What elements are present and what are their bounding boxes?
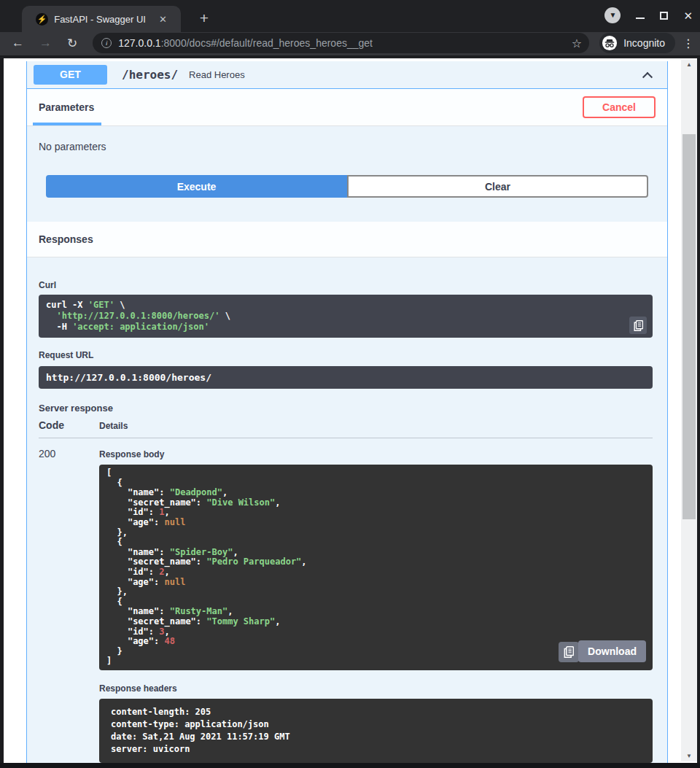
url-path: :8000/docs#/default/read_heroes_heroes__…: [161, 37, 373, 49]
minimize-icon[interactable]: [636, 18, 645, 19]
incognito-badge: Incognito: [599, 33, 675, 53]
request-url-text: http://127.0.0.1:8000/heroes/: [46, 372, 211, 383]
browser-menu-icon[interactable]: ⋮: [682, 36, 693, 50]
back-icon[interactable]: ←: [12, 36, 24, 50]
responses-title: Responses: [39, 233, 93, 245]
response-body-block: [ { "name": "Deadpond", "secret_name": "…: [99, 465, 653, 670]
window-controls: ▼ ✕: [604, 7, 693, 23]
forward-icon[interactable]: →: [39, 36, 52, 50]
scroll-up-icon[interactable]: ▲: [681, 60, 697, 70]
response-row-200: 200 Response body [ { "name": "Deadpond"…: [39, 438, 653, 763]
copy-response-icon[interactable]: [559, 642, 579, 662]
code-column-header: Code: [39, 419, 99, 431]
server-response-label: Server response: [39, 403, 653, 414]
opblock-summary[interactable]: GET /heroes/ Read Heroes: [27, 61, 667, 89]
maximize-icon[interactable]: [660, 12, 668, 20]
clear-button[interactable]: Clear: [347, 175, 648, 198]
browser-toolbar: ← → ↻ i 127.0.0.1:8000/docs#/default/rea…: [0, 32, 700, 57]
request-url-label: Request URL: [39, 350, 653, 360]
bookmark-star-icon[interactable]: ☆: [572, 36, 582, 50]
tab-strip: ⚡ FastAPI - Swagger UI ✕ + ▼ ✕: [0, 0, 700, 32]
status-code: 200: [39, 448, 99, 763]
endpoint-path: /heroes/: [122, 68, 178, 82]
window-bottom-edge: [0, 763, 700, 768]
download-button[interactable]: Download: [578, 640, 646, 662]
scrollbar-thumb[interactable]: [682, 134, 696, 519]
scroll-down-icon[interactable]: ▼: [681, 751, 697, 761]
url-host: 127.0.0.1: [118, 37, 160, 49]
tab-search-icon[interactable]: ▼: [604, 7, 621, 23]
response-table-header: Code Details: [39, 419, 653, 438]
response-headers-label: Response headers: [99, 683, 653, 694]
site-info-icon[interactable]: i: [101, 38, 112, 48]
new-tab-button[interactable]: +: [195, 9, 213, 27]
close-window-icon[interactable]: ✕: [683, 10, 693, 21]
opblock-get-heroes: GET /heroes/ Read Heroes Parameters Canc…: [26, 61, 668, 763]
browser-window: ⚡ FastAPI - Swagger UI ✕ + ▼ ✕ ← → ↻ i 1…: [0, 0, 700, 768]
tab-title: FastAPI - Swagger UI: [54, 14, 146, 25]
parameters-title: Parameters: [39, 101, 94, 113]
execute-button[interactable]: Execute: [46, 175, 347, 198]
page-content: GET /heroes/ Read Heroes Parameters Canc…: [0, 58, 700, 763]
response-body-json: [ { "name": "Deadpond", "secret_name": "…: [106, 468, 307, 666]
cancel-button[interactable]: Cancel: [583, 96, 656, 118]
parameters-header: Parameters Cancel: [27, 89, 667, 126]
tab-close-icon[interactable]: ✕: [159, 14, 167, 25]
fastapi-favicon-icon: ⚡: [36, 13, 48, 26]
execute-button-group: Execute Clear: [27, 171, 667, 222]
browser-tab[interactable]: ⚡ FastAPI - Swagger UI ✕: [22, 6, 181, 32]
details-column-header: Details: [99, 421, 128, 431]
url-text[interactable]: 127.0.0.1:8000/docs#/default/read_heroes…: [118, 37, 373, 49]
reload-icon[interactable]: ↻: [67, 36, 77, 51]
endpoint-summary: Read Heroes: [189, 69, 245, 80]
curl-command-block: curl -X 'GET' \ 'http://127.0.0.1:8000/h…: [39, 295, 653, 338]
curl-command-text: curl -X 'GET' \ 'http://127.0.0.1:8000/h…: [46, 300, 230, 332]
incognito-icon: [602, 35, 618, 51]
responses-header: Responses: [27, 222, 667, 257]
http-method-badge: GET: [34, 65, 107, 85]
copy-curl-icon[interactable]: [629, 317, 647, 334]
server-response-table: Code Details 200 Response body [ { "name…: [39, 419, 653, 763]
page-scrollbar[interactable]: ▲ ▼: [681, 60, 697, 761]
collapse-chevron-icon[interactable]: [642, 71, 653, 82]
responses-body: Curl curl -X 'GET' \ 'http://127.0.0.1:8…: [27, 257, 667, 763]
address-bar[interactable]: i 127.0.0.1:8000/docs#/default/read_hero…: [93, 33, 589, 53]
active-tab-underline: [33, 123, 101, 125]
response-headers-text: content-length: 205 content-type: applic…: [111, 707, 290, 754]
request-url-block: http://127.0.0.1:8000/heroes/: [39, 366, 653, 389]
response-body-label: Response body: [99, 449, 653, 459]
response-headers-block: content-length: 205 content-type: applic…: [99, 699, 653, 763]
no-parameters-text: No parameters: [27, 126, 667, 171]
curl-label: Curl: [39, 280, 653, 290]
incognito-label: Incognito: [623, 37, 665, 49]
